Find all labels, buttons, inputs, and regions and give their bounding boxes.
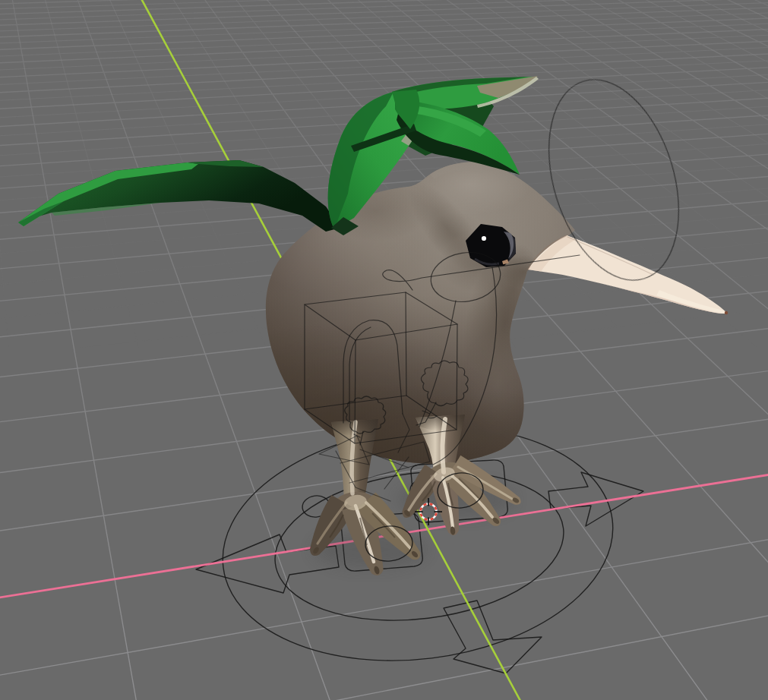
viewport-canvas	[0, 0, 768, 700]
kiwi-beak-part	[725, 311, 728, 314]
viewport-3d[interactable]	[0, 0, 768, 700]
kiwi-right-leg-part	[442, 419, 445, 472]
eye-highlight-dot	[482, 236, 486, 241]
